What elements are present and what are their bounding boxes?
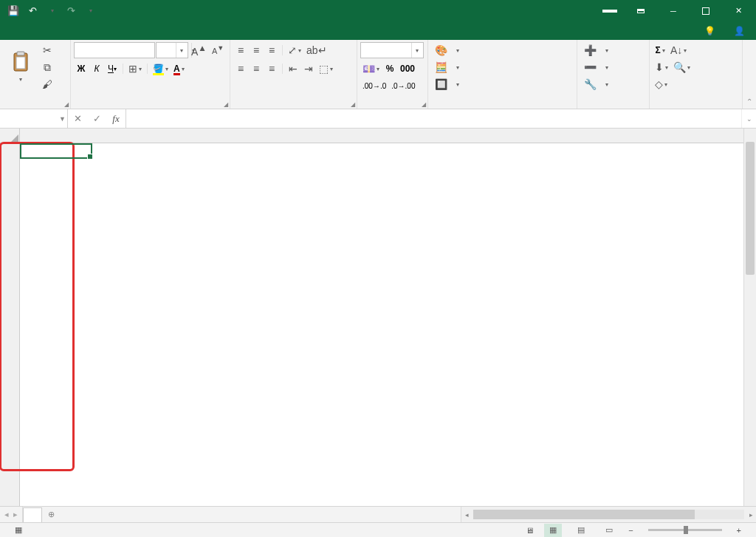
orientation-button[interactable]: ⤢	[286, 42, 303, 58]
group-alignment: ≡ ≡ ≡ ⤢ ab↵ ≡ ≡ ≡ ⇤ ⇥ ⬚ ◢	[230, 40, 357, 109]
chevron-down-icon[interactable]: ▼	[58, 115, 67, 123]
bulb-icon: 💡	[704, 26, 715, 36]
borders-button[interactable]: ⊞	[126, 61, 144, 77]
select-all-button[interactable]	[0, 129, 20, 143]
tell-me[interactable]: 💡	[697, 21, 726, 40]
bold-button[interactable]: Ж	[74, 61, 89, 77]
delete-cells-button[interactable]: ➖	[580, 59, 612, 75]
increase-font-button[interactable]: A▲	[189, 42, 209, 58]
number-format-input[interactable]	[361, 45, 411, 55]
scrollbar-thumb[interactable]	[746, 142, 755, 275]
find-select-button[interactable]: 🔍	[671, 59, 693, 75]
font-size-input[interactable]	[157, 45, 176, 55]
name-box-input[interactable]	[0, 114, 58, 124]
align-center-button[interactable]: ≡	[249, 61, 264, 77]
font-name-combo[interactable]: ▾	[74, 42, 155, 58]
group-number: ▾ 💷 % 000 .00→.0 .0→.00 ◢	[357, 40, 428, 109]
increase-decimal-button[interactable]: .00→.0	[360, 78, 388, 94]
launcher-icon[interactable]: ◢	[422, 101, 426, 108]
group-editing: ΣA↓ ⬇🔍 ◇	[650, 40, 743, 109]
fill-button[interactable]: ⬇	[653, 59, 670, 75]
launcher-icon[interactable]: ◢	[224, 101, 228, 108]
format-cells-button[interactable]: 🔧	[580, 76, 612, 92]
wrap-text-button[interactable]: ab↵	[304, 42, 329, 58]
number-format-combo[interactable]: ▾	[360, 42, 424, 58]
sheet-tab[interactable]	[23, 507, 42, 522]
sheet-nav[interactable]: ◂▸	[0, 507, 23, 522]
normal-view-button[interactable]: ▦	[544, 524, 562, 537]
zoom-in-button[interactable]: +	[737, 526, 741, 535]
currency-icon: 💷	[362, 64, 375, 74]
display-settings-icon[interactable]: 🖥	[526, 526, 534, 535]
increase-indent-button[interactable]: ⇥	[301, 61, 316, 77]
share-button[interactable]: 👤	[726, 21, 756, 40]
insert-cells-button[interactable]: ➕	[580, 42, 612, 58]
add-sheet-button[interactable]: ⊕	[42, 507, 60, 522]
page-break-view-button[interactable]: ▭	[600, 524, 618, 537]
brush-icon: 🖌	[42, 79, 52, 89]
paste-button[interactable]: ▾	[3, 42, 38, 91]
percent-button[interactable]: %	[382, 61, 397, 77]
ribbon: ▾ ✂ ⧉ 🖌 ◢ ▾ ▾ A▲ A▼ Ж К Ч▾ ⊞	[0, 40, 756, 109]
vertical-scrollbar[interactable]	[743, 129, 756, 506]
undo-icon[interactable]: ↶	[24, 2, 41, 20]
zoom-out-button[interactable]: −	[628, 526, 633, 535]
align-left-button[interactable]: ≡	[233, 61, 248, 77]
autosum-button[interactable]: Σ	[653, 42, 667, 58]
cut-button[interactable]: ✂	[40, 42, 55, 58]
formula-input[interactable]	[126, 109, 741, 128]
close-icon[interactable]: ✕	[722, 0, 755, 21]
copy-button[interactable]: ⧉	[40, 59, 55, 75]
undo-menu[interactable]	[43, 2, 61, 20]
expand-formula-bar-button[interactable]: ⌄	[741, 109, 756, 128]
collapse-ribbon-button[interactable]: ⌃	[743, 40, 756, 109]
table-fmt-icon: 🧮	[435, 62, 447, 72]
name-box[interactable]: ▼	[0, 109, 68, 128]
font-color-button[interactable]: A	[171, 61, 187, 77]
cond-fmt-icon: 🎨	[435, 45, 447, 55]
cancel-formula-button[interactable]: ✕	[68, 109, 87, 128]
group-clipboard: ▾ ✂ ⧉ 🖌 ◢	[0, 40, 71, 109]
align-top-button[interactable]: ≡	[233, 42, 248, 58]
save-icon[interactable]: 💾	[4, 2, 22, 20]
fill-color-button[interactable]: 🪣	[151, 61, 171, 77]
maximize-icon[interactable]	[690, 0, 722, 21]
sign-in-button[interactable]	[602, 10, 617, 13]
decrease-decimal-button[interactable]: .0→.00	[389, 78, 417, 94]
scrollbar-thumb[interactable]	[473, 510, 695, 519]
cell-styles-button[interactable]: 🔲	[431, 76, 463, 92]
zoom-slider[interactable]	[648, 529, 722, 531]
launcher-icon[interactable]: ◢	[64, 101, 69, 108]
merge-button[interactable]: ⬚	[317, 61, 335, 77]
cells-area[interactable]	[20, 143, 743, 506]
font-size-combo[interactable]: ▾	[156, 42, 188, 58]
decrease-font-button[interactable]: A▼	[210, 42, 226, 58]
format-painter-button[interactable]: 🖌	[40, 76, 55, 92]
clear-button[interactable]: ◇	[653, 76, 670, 92]
horizontal-scrollbar[interactable]: ◂▸	[461, 507, 756, 522]
confirm-formula-button[interactable]: ✓	[87, 109, 106, 128]
share-icon: 👤	[734, 26, 745, 36]
page-layout-view-button[interactable]: ▤	[572, 524, 590, 537]
align-middle-button[interactable]: ≡	[249, 42, 264, 58]
comma-button[interactable]: 000	[398, 61, 417, 77]
accounting-format-button[interactable]: 💷	[360, 61, 382, 77]
spreadsheet-grid	[0, 129, 756, 506]
qat-customize[interactable]	[81, 2, 99, 20]
align-right-button[interactable]: ≡	[264, 61, 279, 77]
align-bottom-button[interactable]: ≡	[264, 42, 279, 58]
sort-icon: A↓	[670, 45, 682, 55]
underline-button[interactable]: Ч▾	[105, 61, 120, 77]
insert-function-button[interactable]: fx	[106, 109, 126, 128]
minimize-icon[interactable]: ─	[657, 0, 690, 21]
macro-record-icon[interactable]: ▦	[15, 525, 22, 535]
sort-filter-button[interactable]: A↓	[668, 42, 689, 58]
a-up-icon: A▲	[191, 44, 207, 57]
italic-button[interactable]: К	[89, 61, 104, 77]
decrease-indent-button[interactable]: ⇤	[286, 61, 300, 77]
redo-icon[interactable]: ↷	[62, 2, 80, 20]
conditional-formatting-button[interactable]: 🎨	[431, 42, 463, 58]
format-as-table-button[interactable]: 🧮	[431, 59, 463, 75]
ribbon-options-icon[interactable]	[625, 0, 657, 21]
launcher-icon[interactable]: ◢	[351, 101, 355, 108]
